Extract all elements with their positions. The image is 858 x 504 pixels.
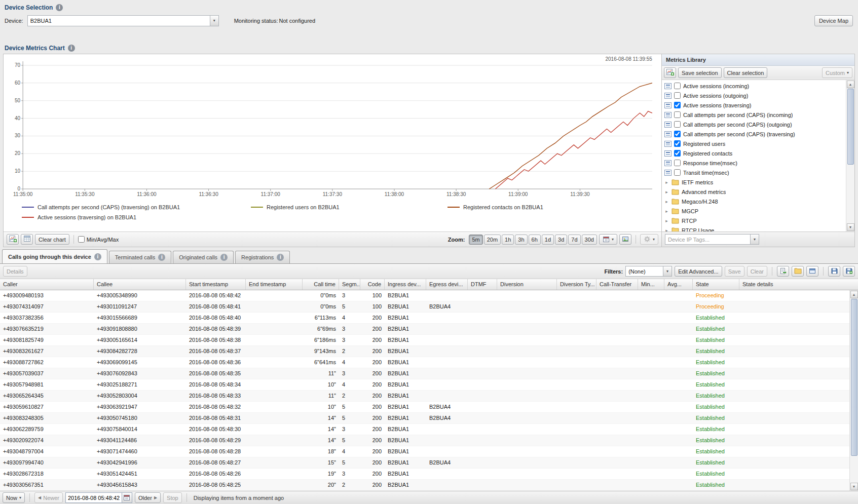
metric-item[interactable]: Active sessions (outgoing) (662, 91, 846, 100)
chart-table-button[interactable] (21, 234, 33, 245)
call-row[interactable]: +493062289759+4930758400142016-08-08 05:… (0, 424, 858, 435)
call-row[interactable]: +493037382356+4930155666892016-08-08 05:… (0, 313, 858, 324)
custom-metrics-button[interactable]: Custom▾ (822, 67, 852, 78)
zoom-3d-button[interactable]: 3d (555, 235, 567, 245)
call-row[interactable]: +493028672318+4930514244512016-08-08 05:… (0, 469, 858, 480)
metric-checkbox[interactable] (674, 92, 681, 99)
call-row[interactable]: +493009480193+4930053489902016-08-08 05:… (0, 290, 858, 301)
metric-item[interactable]: Response time(msec) (662, 158, 846, 168)
column-header-segments[interactable]: Segm... (339, 279, 360, 290)
scroll-up-icon[interactable]: ▲ (847, 81, 854, 88)
metric-item[interactable]: Active sessions (traversing) (662, 100, 846, 110)
scroll-down-icon[interactable]: ▼ (847, 223, 854, 231)
calendar-button[interactable] (122, 493, 132, 502)
column-header-dtmf[interactable]: DTMF (468, 279, 497, 290)
metric-item[interactable]: Transit time(msec) (662, 168, 846, 177)
grid-scrollbar[interactable]: ▲ ▼ (849, 290, 858, 491)
call-row[interactable]: +493074314097+4930110912472016-08-08 05:… (0, 301, 858, 313)
metric-folder[interactable]: ▸Advanced metrics (662, 187, 846, 197)
metric-item[interactable]: Call attempts per second (CAPS) (travers… (662, 129, 846, 139)
call-row[interactable]: +493083248305+4930507451802016-08-08 05:… (0, 413, 858, 424)
call-row[interactable]: +493097994740+4930429419962016-08-08 05:… (0, 457, 858, 469)
save-selection-button[interactable]: Save selection (678, 67, 722, 78)
metrics-scrollbar[interactable]: ▲ ▼ (846, 80, 854, 231)
metric-checkbox[interactable] (674, 83, 681, 89)
min-avg-max-checkbox[interactable] (78, 236, 85, 243)
metric-checkbox[interactable] (674, 121, 681, 128)
device-combo[interactable]: ▾ (27, 15, 219, 26)
expand-icon[interactable]: ▸ (664, 199, 669, 204)
column-header-state-details[interactable]: State details (739, 279, 849, 290)
device-ip-tags-trigger[interactable]: ▾ (750, 235, 759, 244)
call-row[interactable]: +493083261627+4930842827282016-08-08 05:… (0, 346, 858, 357)
now-button[interactable]: Now▾ (3, 492, 25, 503)
call-row[interactable]: +493057039037+4930760928432016-08-08 05:… (0, 368, 858, 379)
scrollbar-thumb[interactable] (851, 299, 857, 456)
info-icon[interactable]: i (68, 45, 75, 52)
column-header-callee[interactable]: Callee (94, 279, 186, 290)
column-header-start-timestamp[interactable]: Start timestamp (186, 279, 246, 290)
clear-selection-button[interactable]: Clear selection (724, 67, 768, 78)
column-header-avg[interactable]: Avg... (664, 279, 693, 290)
open-filter-set-button[interactable] (792, 266, 804, 277)
tab-calls-going-through-this-device[interactable]: Calls going through this devicei (2, 249, 107, 263)
column-header-call-time[interactable]: Call time (303, 279, 339, 290)
metrics-chart[interactable]: 01020304050607011:35:0011:35:3011:36:001… (4, 54, 661, 231)
scroll-up-icon[interactable]: ▲ (850, 291, 858, 298)
zoom-1h-button[interactable]: 1h (502, 235, 514, 245)
call-row[interactable]: +493081825749+4930051656142016-08-08 05:… (0, 335, 858, 346)
device-combo-trigger[interactable]: ▾ (210, 16, 218, 26)
zoom-5m-button[interactable]: 5m (469, 235, 482, 245)
column-header-state[interactable]: State (693, 279, 739, 290)
metric-item[interactable]: Call attempts per second (CAPS) (outgoin… (662, 120, 846, 129)
date-range-button[interactable]: ▾ (599, 234, 617, 245)
metric-checkbox[interactable] (674, 111, 681, 118)
metric-item[interactable]: Call attempts per second (CAPS) (incomin… (662, 110, 846, 120)
clear-chart-button[interactable]: Clear chart (35, 234, 69, 245)
metric-folder[interactable]: ▸MGCP (662, 206, 846, 216)
metric-folder[interactable]: ▸Megaco/H.248 (662, 197, 846, 206)
tab-terminated-calls[interactable]: Terminated callsi (109, 251, 171, 263)
metrics-chart-svg[interactable]: 01020304050607011:35:0011:35:3011:36:001… (5, 55, 660, 201)
column-header-egress-device[interactable]: Egress devi... (426, 279, 468, 290)
zoom-3h-button[interactable]: 3h (515, 235, 527, 245)
call-row[interactable]: +493088727862+4930690991452016-08-08 05:… (0, 357, 858, 368)
edit-advanced-button[interactable]: Edit Advanced... (675, 266, 722, 277)
older-button[interactable]: Older▶ (135, 492, 161, 503)
stop-button[interactable]: Stop (163, 492, 182, 503)
metric-checkbox[interactable] (674, 169, 681, 176)
filters-combo-trigger[interactable]: ▾ (663, 266, 672, 276)
scroll-down-icon[interactable]: ▼ (850, 483, 858, 490)
info-icon[interactable]: i (158, 254, 165, 261)
metric-checkbox[interactable] (674, 131, 681, 137)
call-row[interactable]: +493030567351+4930456158432016-08-08 05:… (0, 480, 858, 491)
call-row[interactable]: +493059610827+4930639219472016-08-08 05:… (0, 402, 858, 413)
expand-icon[interactable]: ▸ (664, 228, 669, 232)
tab-originated-calls[interactable]: Originated callsi (173, 251, 234, 263)
metric-item[interactable]: Registered users (662, 139, 846, 148)
scrollbar-thumb[interactable] (847, 89, 854, 165)
metric-item[interactable]: Active sessions (incoming) (662, 81, 846, 91)
expand-icon[interactable]: ▸ (664, 189, 669, 195)
column-header-call-transfer[interactable]: Call-Transfer (596, 279, 638, 290)
column-header-caller[interactable]: Caller (0, 279, 94, 290)
open-in-window-button[interactable] (806, 266, 818, 277)
filters-combo[interactable]: (None) ▾ (625, 266, 672, 277)
newer-button[interactable]: ◀Newer (34, 492, 63, 503)
info-icon[interactable]: i (220, 254, 228, 261)
device-map-button[interactable]: Device Map (814, 15, 853, 26)
add-metrics-to-chart-button[interactable] (7, 234, 19, 245)
call-row[interactable]: +493048797004+4930714744602016-08-08 05:… (0, 446, 858, 457)
save-grid-button[interactable] (828, 266, 840, 277)
metric-folder[interactable]: ▸IETF metrics (662, 177, 846, 187)
info-icon[interactable]: i (56, 4, 63, 11)
metric-folder[interactable]: ▸RTCP (662, 216, 846, 225)
details-button[interactable]: Details (3, 266, 27, 277)
metric-checkbox[interactable] (674, 102, 681, 108)
call-row[interactable]: +493057948981+4930251882712016-08-08 05:… (0, 379, 858, 391)
zoom-20m-button[interactable]: 20m (484, 235, 501, 245)
snapshot-button[interactable] (619, 234, 631, 245)
export-grid-button[interactable] (843, 266, 855, 277)
chart-settings-button[interactable]: ▾ (640, 234, 658, 245)
zoom-30d-button[interactable]: 30d (582, 235, 597, 245)
